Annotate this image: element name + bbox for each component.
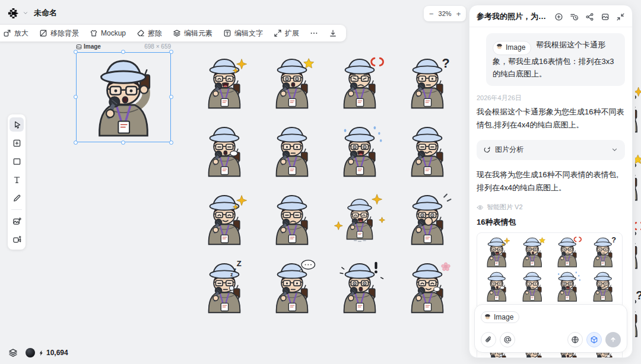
doc-chevron-down-icon[interactable] (23, 10, 28, 16)
toolbar-edit-text-button[interactable]: 编辑文字 (218, 25, 268, 41)
download-icon (329, 29, 337, 37)
action-toolbar: 放大移除背景Mockup擦除编辑元素编辑文字扩展 (0, 25, 346, 41)
selected-image-wrap: Image 698 × 659 (76, 52, 171, 142)
credits-avatar (26, 348, 35, 357)
edge-canvas-image[interactable] (635, 81, 641, 142)
sticker-serious[interactable] (264, 120, 320, 182)
sticker-sleep[interactable]: Zzz (196, 257, 252, 318)
sidebar-tool-frame-plus[interactable] (9, 136, 24, 150)
thumb-sticker-angry (550, 235, 585, 269)
doc-title[interactable]: 未命名 (34, 8, 57, 18)
remove-bg-icon (39, 29, 47, 37)
selection-handle[interactable] (74, 95, 78, 99)
chat-input-card: Image (474, 304, 627, 353)
sidebar-tool-image-plus[interactable] (9, 214, 24, 228)
share-icon[interactable] (585, 12, 594, 21)
toolbar-remove-bg-button[interactable]: 移除背景 (34, 25, 84, 41)
canvas-image[interactable] (76, 52, 171, 142)
text-icon (12, 175, 21, 184)
zoom-out-button[interactable]: − (429, 10, 434, 18)
attach-button[interactable] (481, 332, 496, 347)
doc-header: 未命名 (7, 5, 57, 21)
bolt-icon (38, 350, 45, 356)
toolbar-tshirt-button[interactable]: Mockup (84, 25, 131, 41)
chat-panel-header: 参考我的照片，为我生成9种… (469, 5, 632, 27)
sticker-jump-excited[interactable] (332, 189, 388, 250)
toolbar-edit-elements-button[interactable]: 编辑元素 (167, 25, 218, 41)
sticker-sigh[interactable] (196, 120, 252, 182)
toolbar-download-button[interactable] (323, 25, 342, 41)
zoom-level: 32% (439, 10, 452, 17)
canvas-edge-images: ? (635, 81, 641, 353)
send-button[interactable] (605, 332, 621, 347)
analysis-label: 图片分析 (495, 145, 523, 155)
sticker-panic[interactable] (332, 120, 388, 182)
history-icon[interactable] (570, 12, 579, 21)
image-chip-avatar-icon (484, 312, 491, 322)
edge-canvas-image[interactable] (635, 217, 641, 279)
sticker-laugh[interactable] (196, 52, 252, 114)
sidebar-tool-pencil[interactable] (9, 191, 24, 205)
sticker-shocked[interactable] (332, 257, 388, 318)
edit-text-icon (223, 29, 231, 37)
sidebar-tool-rectangle[interactable] (9, 154, 24, 168)
sticker-angry[interactable] (332, 52, 388, 114)
edge-canvas-image[interactable] (635, 149, 641, 210)
sticker-sad[interactable] (264, 189, 320, 250)
toolbar-eraser-button[interactable]: 擦除 (131, 25, 167, 41)
sticker-content[interactable] (196, 189, 252, 250)
model-select-button[interactable] (586, 332, 602, 347)
result-title: 16种表情包 (477, 217, 625, 228)
mention-button[interactable] (500, 332, 515, 347)
sticker-confused[interactable]: ? (399, 52, 455, 114)
cursor-icon (12, 120, 21, 129)
thumb-sticker-wail (585, 269, 621, 304)
toolbar-expand-button[interactable]: 扩展 (268, 25, 304, 41)
sticker-wail[interactable] (399, 120, 455, 182)
gallery-icon[interactable] (601, 12, 610, 21)
layers-icon[interactable] (8, 348, 18, 357)
selection-handle[interactable] (121, 50, 125, 54)
sticker-surprised[interactable] (264, 52, 320, 114)
selection-handle[interactable] (74, 50, 78, 54)
sidebar-tool-text[interactable] (9, 173, 24, 187)
selection-handle[interactable] (169, 141, 173, 145)
sticker-cover-mouth[interactable] (399, 189, 455, 250)
toolbar-upscale-button[interactable]: 放大 (0, 25, 34, 41)
frame-plus-icon (12, 139, 21, 148)
sticker-shy[interactable] (399, 257, 455, 318)
input-image-chip-label: Image (494, 313, 513, 321)
web-search-button[interactable] (567, 332, 583, 347)
sidebar-tool-video-plus[interactable] (9, 232, 24, 247)
svg-text:z: z (233, 267, 236, 273)
eraser-icon (137, 29, 145, 37)
chat-input[interactable] (481, 323, 621, 333)
upscale-icon (3, 29, 11, 37)
input-image-chip[interactable]: Image (481, 311, 519, 323)
zoom-in-button[interactable]: + (456, 10, 461, 18)
sticker-thinking[interactable] (264, 257, 320, 318)
edge-canvas-image[interactable]: ? (635, 285, 641, 347)
selection-handle[interactable] (169, 50, 173, 54)
image-reference-chip: Image (493, 41, 531, 55)
credits-value-row: 10,694 (38, 349, 68, 357)
chat-panel: 参考我的照片，为我生成9种… Image 帮我根据这个卡通形象，帮我生成16表情… (469, 5, 633, 358)
model-label: 智能图片 V2 (487, 203, 523, 212)
selection-handle[interactable] (74, 141, 78, 145)
image-analysis-toggle[interactable]: 图片分析 (477, 140, 625, 160)
selection-label-row: Image (76, 43, 101, 50)
toolbar-more-button[interactable] (304, 25, 323, 41)
new-chat-icon[interactable] (554, 12, 563, 21)
app-root: 未命名 − 32% + 放大移除背景Mockup擦除编辑元素编辑文字扩展 Ima… (0, 0, 641, 364)
app-logo[interactable] (7, 7, 20, 20)
tshirt-icon (90, 29, 98, 37)
selection-handle[interactable] (169, 95, 173, 99)
sidebar-tool-cursor[interactable] (9, 117, 24, 132)
selection-meta: Image 698 × 659 (76, 43, 171, 50)
collapse-icon[interactable] (616, 12, 625, 21)
credits-value: 10,694 (46, 349, 68, 357)
eye-icon (477, 204, 484, 211)
svg-text:Z: Z (237, 259, 242, 268)
selection-handle[interactable] (121, 141, 125, 145)
more-icon (310, 29, 318, 37)
